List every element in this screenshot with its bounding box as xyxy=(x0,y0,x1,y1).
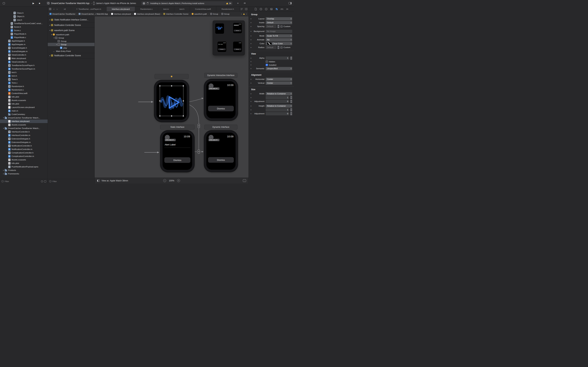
scene-dock-waveform[interactable] xyxy=(155,74,189,79)
file-row[interactable]: ToneBarrierScorePlayer.h xyxy=(0,64,48,67)
navigator-filter-input[interactable] xyxy=(5,180,40,183)
file-row[interactable]: Products xyxy=(0,168,48,172)
jumpbar-item[interactable]: DreamCatcher-ToneBarrier › xyxy=(50,13,78,15)
disclosure-chevron-icon[interactable] xyxy=(2,117,5,119)
file-row[interactable]: Object.h xyxy=(0,15,48,18)
file-row[interactable]: NotificationController.h xyxy=(0,144,48,148)
scene-static-watch[interactable]: 10:09 DREAMCAT... Alert Label Dismiss xyxy=(160,130,194,172)
split-editor-icon[interactable] xyxy=(244,7,249,11)
file-row[interactable]: DreamCatcher-ToneBarrier Watch... xyxy=(0,126,48,130)
file-row[interactable]: CodeCemetary xyxy=(0,113,48,116)
editor-tab[interactable]: × Randomizer.h xyxy=(216,7,239,11)
file-inspector-icon[interactable] xyxy=(254,8,257,10)
alpha-field[interactable]: 1 xyxy=(266,57,289,60)
file-row[interactable]: ViewController.m xyxy=(0,60,48,64)
minimap-dynamic-interactive-scene[interactable]: 10:09 DREAMCAT... Dismiss xyxy=(233,23,242,33)
next-issue-icon[interactable]: › xyxy=(246,13,247,15)
previous-issue-icon[interactable]: ‹ xyxy=(241,13,242,15)
outline-filter-input[interactable] xyxy=(52,180,93,183)
editor-tab[interactable]: × Randomizer.c xyxy=(135,7,158,11)
add-attribute-button[interactable]: + xyxy=(249,38,253,41)
code-review-icon[interactable] xyxy=(239,7,244,11)
scheme-app-icon[interactable] xyxy=(47,2,50,5)
run-destination[interactable]: James's Apple Watch via iPhone de James xyxy=(96,2,136,5)
editor-tab[interactable]: × Interface.storyboard xyxy=(107,7,135,11)
add-attribute-button[interactable]: + xyxy=(249,108,253,111)
horizontal-popup[interactable]: Center ▲▼ xyxy=(266,78,292,81)
dismiss-button[interactable]: Dismiss xyxy=(208,106,234,111)
file-row[interactable]: SceneDelegate.m xyxy=(0,50,48,53)
file-row[interactable]: Assets.xcassets xyxy=(0,123,48,126)
add-attribute-button[interactable]: + xyxy=(249,96,253,99)
dismiss-button[interactable]: Dismiss xyxy=(164,157,190,163)
file-row[interactable]: ComplicationController.h xyxy=(0,151,48,154)
activity-status-view[interactable]: 2 Installing to James's Apple Watch | Pe… xyxy=(141,1,233,6)
minimap-waveform-scene[interactable] xyxy=(215,23,224,34)
add-attribute-button[interactable]: + xyxy=(249,92,253,95)
file-row[interactable]: ExtensionDelegate.m xyxy=(0,141,48,144)
spacing-custom-checkbox[interactable] xyxy=(280,25,283,28)
file-row[interactable]: Tone.c xyxy=(0,81,48,84)
file-row[interactable]: PushNotificationPayload.apns xyxy=(0,165,48,168)
vertical-popup[interactable]: Center ▲▼ xyxy=(266,82,292,85)
zoom-level-button[interactable]: 100% xyxy=(169,179,174,182)
file-row[interactable]: AppDelegate.h xyxy=(0,39,48,43)
add-attribute-button[interactable]: + xyxy=(249,78,253,81)
radius-custom-checkbox[interactable] xyxy=(280,46,283,49)
add-attribute-button[interactable]: + xyxy=(249,105,253,107)
spacing-stepper[interactable]: ▲▼ xyxy=(277,25,279,28)
file-row[interactable]: Class.h xyxy=(0,11,48,15)
background-field[interactable]: No Image xyxy=(266,30,292,33)
disclosure-chevron-icon[interactable] xyxy=(49,30,51,31)
minimap-dynamic-scene[interactable]: 10:09 Dismiss xyxy=(233,42,242,52)
outline-row[interactable]: waveform.path Scene xyxy=(48,28,95,33)
file-row[interactable]: ViewController.h xyxy=(0,53,48,57)
toggle-inspector-button[interactable] xyxy=(289,2,292,4)
animate-popup[interactable]: No ▲▼ xyxy=(266,38,292,42)
add-attribute-button[interactable]: + xyxy=(249,57,253,59)
resize-handle[interactable] xyxy=(171,85,172,86)
file-row[interactable]: ToneBarrierScorePlayer.m xyxy=(0,67,48,71)
outline-row[interactable]: Main Entry Point xyxy=(48,50,95,53)
file-row[interactable]: ContentView.swift xyxy=(0,92,48,95)
issues-badge[interactable]: 14 xyxy=(226,2,231,4)
file-row[interactable]: Info.plist xyxy=(0,161,48,165)
add-attribute-button[interactable]: + xyxy=(249,30,253,33)
scene-title-dynamic-interactive[interactable]: Dynamic Interactive Interface xyxy=(204,73,237,78)
resize-handle[interactable] xyxy=(183,100,184,101)
resize-handle[interactable] xyxy=(159,115,160,117)
spacing-field[interactable]: Default xyxy=(266,25,277,28)
size-inspector-icon[interactable] xyxy=(281,8,283,10)
add-attribute-button[interactable]: + xyxy=(249,42,253,45)
disclosure-chevron-icon[interactable] xyxy=(55,44,58,45)
file-row[interactable]: Assets.xcassets xyxy=(0,99,48,102)
file-row[interactable]: ExtensionDelegate.h xyxy=(0,137,48,141)
history-inspector-icon[interactable] xyxy=(259,8,262,10)
file-row[interactable]: LaunchScreen.storyboard xyxy=(0,106,48,109)
close-tab-icon[interactable]: × xyxy=(76,8,78,10)
editor-tab[interactable]: × test.m xyxy=(158,7,174,11)
forward-button[interactable]: › xyxy=(55,7,59,11)
view-as-button[interactable]: View as: Apple Watch 38mm xyxy=(102,179,128,182)
width-adjustment-field[interactable]: 0 xyxy=(266,100,289,103)
scheme-name[interactable]: DreamCatcher-ToneBarrier WatchKit App xyxy=(51,2,89,5)
add-attribute-button[interactable]: + xyxy=(249,112,253,115)
related-items-icon[interactable] xyxy=(48,7,52,11)
file-row[interactable]: AppDelegate.m xyxy=(0,43,48,46)
alpha-stepper[interactable]: ▲▼ xyxy=(290,57,292,60)
height-adjustment-stepper[interactable]: ▲▼ xyxy=(290,112,292,115)
file-row[interactable]: test.h xyxy=(0,71,48,74)
width-multiplier-field[interactable]: 1 xyxy=(266,96,289,99)
editor-tab[interactable]: × ContentView.swift xyxy=(190,7,216,11)
add-attribute-button[interactable]: + xyxy=(249,21,253,24)
disclosure-chevron-icon[interactable] xyxy=(2,169,5,171)
outline-row[interactable]: Group xyxy=(48,43,95,46)
file-row[interactable]: ComplicationController.m xyxy=(0,154,48,158)
attributes-inspector-icon[interactable] xyxy=(275,8,278,10)
jumpbar-item[interactable]: DreamCatcher...r WatchKit App › xyxy=(78,13,111,15)
file-row[interactable]: new.h xyxy=(0,18,48,22)
outline-row[interactable]: Group xyxy=(48,40,95,43)
outline-row[interactable]: Static Notification Interface Control... xyxy=(48,17,95,22)
file-row[interactable]: Score.h xyxy=(0,25,48,29)
jumpbar-item[interactable]: Group › xyxy=(210,13,221,15)
